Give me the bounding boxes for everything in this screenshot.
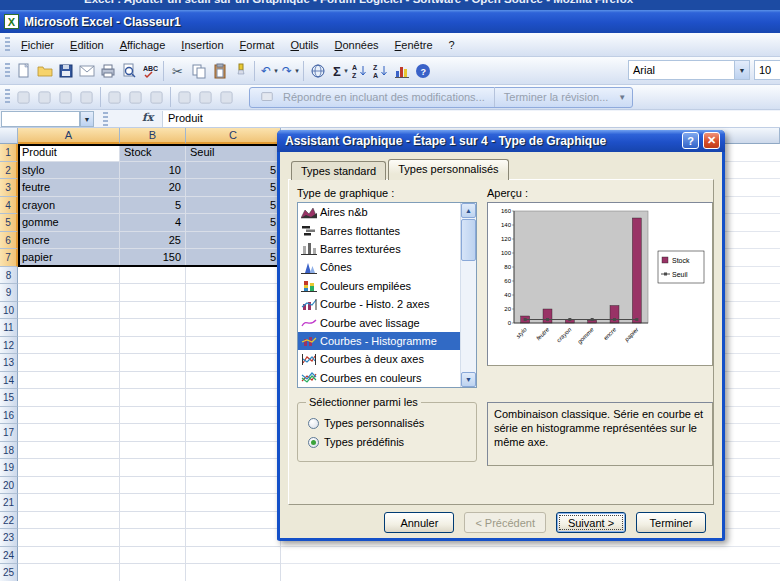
help-icon[interactable]: ? xyxy=(412,60,433,81)
cell[interactable] xyxy=(18,337,120,355)
email-icon[interactable] xyxy=(76,60,97,81)
scroll-down-icon[interactable]: ▼ xyxy=(461,372,476,387)
cell[interactable] xyxy=(18,354,120,372)
cell[interactable] xyxy=(186,302,281,320)
row-header[interactable]: 4 xyxy=(0,197,18,215)
new-document-icon[interactable] xyxy=(13,60,34,81)
menu-format[interactable]: Format xyxy=(232,35,283,55)
row-header[interactable]: 2 xyxy=(0,162,18,180)
cell[interactable] xyxy=(18,459,120,477)
cell[interactable] xyxy=(18,494,120,512)
copy-icon[interactable] xyxy=(188,60,209,81)
cell[interactable]: 25 xyxy=(120,232,186,250)
chart-type-option[interactable]: Courbes à deux axes xyxy=(298,350,460,368)
cell[interactable] xyxy=(186,267,281,285)
menu-outils[interactable]: Outils xyxy=(282,35,326,55)
cell[interactable]: 5 xyxy=(186,232,281,250)
cell[interactable] xyxy=(186,372,281,390)
cell[interactable] xyxy=(186,442,281,460)
toolbar-grip[interactable] xyxy=(5,37,10,53)
row-header[interactable]: 15 xyxy=(0,389,18,407)
cell[interactable] xyxy=(120,477,186,495)
reply-with-changes-button[interactable]: Répondre en incluant des modifications..… xyxy=(283,91,485,103)
row-header[interactable]: 17 xyxy=(0,424,18,442)
cell[interactable] xyxy=(186,547,281,565)
cell[interactable] xyxy=(120,529,186,547)
cell[interactable] xyxy=(18,389,120,407)
cell[interactable] xyxy=(120,337,186,355)
cell[interactable]: 150 xyxy=(120,249,186,267)
close-icon[interactable]: ✕ xyxy=(703,132,720,149)
next-button[interactable]: Suivant > xyxy=(556,512,626,533)
row-header[interactable]: 14 xyxy=(0,372,18,390)
chart-type-option[interactable]: Barres flottantes xyxy=(298,221,460,239)
cell[interactable] xyxy=(120,564,186,581)
cell[interactable]: 4 xyxy=(120,214,186,232)
cell[interactable] xyxy=(18,302,120,320)
cell[interactable] xyxy=(120,302,186,320)
column-header-b[interactable]: B xyxy=(120,128,186,144)
cell[interactable]: 5 xyxy=(186,162,281,180)
scrollbar-thumb[interactable] xyxy=(461,219,476,261)
cut-icon[interactable]: ✂ xyxy=(167,60,188,81)
finish-button[interactable]: Terminer xyxy=(636,512,706,533)
row-header[interactable]: 5 xyxy=(0,214,18,232)
revision-tool-icon[interactable] xyxy=(146,87,167,108)
tab-types-standard[interactable]: Types standard xyxy=(291,161,386,180)
cell[interactable] xyxy=(186,564,281,581)
cell[interactable] xyxy=(186,424,281,442)
tab-types-personnalises[interactable]: Types personnalisés xyxy=(388,159,508,180)
cell[interactable] xyxy=(120,267,186,285)
cell[interactable]: 5 xyxy=(186,214,281,232)
name-box-dropdown[interactable]: ▼ xyxy=(80,111,94,127)
chart-type-option[interactable]: Courbes en couleurs xyxy=(298,369,460,387)
cell[interactable] xyxy=(120,442,186,460)
cell[interactable]: encre xyxy=(18,232,120,250)
menu-fichier[interactable]: Fichier xyxy=(13,35,62,55)
cell[interactable] xyxy=(120,459,186,477)
menu-insertion[interactable]: Insertion xyxy=(173,35,231,55)
cell[interactable] xyxy=(120,319,186,337)
cell[interactable]: gomme xyxy=(18,214,120,232)
row-header[interactable]: 11 xyxy=(0,319,18,337)
cell[interactable] xyxy=(120,547,186,565)
revision-tool-icon[interactable] xyxy=(104,87,125,108)
cell[interactable]: Stock xyxy=(120,144,186,162)
sort-descending-icon[interactable]: ZA xyxy=(370,60,391,81)
cancel-button[interactable]: Annuler xyxy=(384,512,454,533)
cell[interactable] xyxy=(186,494,281,512)
cell[interactable] xyxy=(18,547,120,565)
cell[interactable]: crayon xyxy=(18,197,120,215)
revision-tool-icon[interactable] xyxy=(174,87,195,108)
cell[interactable] xyxy=(18,529,120,547)
toolbar-grip[interactable] xyxy=(5,89,10,105)
revision-tool-icon[interactable] xyxy=(13,87,34,108)
revision-tool-icon[interactable] xyxy=(125,87,146,108)
previous-button[interactable]: < Précédent xyxy=(464,512,546,533)
cell[interactable] xyxy=(18,372,120,390)
chart-type-option[interactable]: Couleurs empilées xyxy=(298,277,460,295)
listbox-scrollbar[interactable]: ▲ ▼ xyxy=(460,203,476,387)
cell[interactable] xyxy=(120,407,186,425)
row-header[interactable]: 7 xyxy=(0,249,18,267)
row-header[interactable]: 25 xyxy=(0,564,18,581)
cell[interactable]: 20 xyxy=(120,179,186,197)
cell[interactable] xyxy=(186,512,281,530)
cell[interactable]: 5 xyxy=(120,197,186,215)
cell[interactable] xyxy=(186,354,281,372)
cell[interactable] xyxy=(18,564,120,581)
insert-function-icon[interactable]: fx xyxy=(142,111,153,124)
dialog-titlebar[interactable]: Assistant Graphique - Étape 1 sur 4 - Ty… xyxy=(277,130,725,152)
insert-hyperlink-icon[interactable] xyxy=(307,60,328,81)
cell[interactable] xyxy=(120,284,186,302)
row-header[interactable]: 22 xyxy=(0,512,18,530)
cell[interactable] xyxy=(18,267,120,285)
cell[interactable] xyxy=(18,442,120,460)
chart-type-option[interactable]: Cônes xyxy=(298,258,460,276)
cell[interactable] xyxy=(18,284,120,302)
cell[interactable] xyxy=(18,424,120,442)
font-size-combo[interactable]: 10 ▼ xyxy=(754,60,780,80)
row-header[interactable]: 1 xyxy=(0,144,18,162)
scroll-up-icon[interactable]: ▲ xyxy=(461,203,476,218)
cell[interactable] xyxy=(281,547,780,565)
